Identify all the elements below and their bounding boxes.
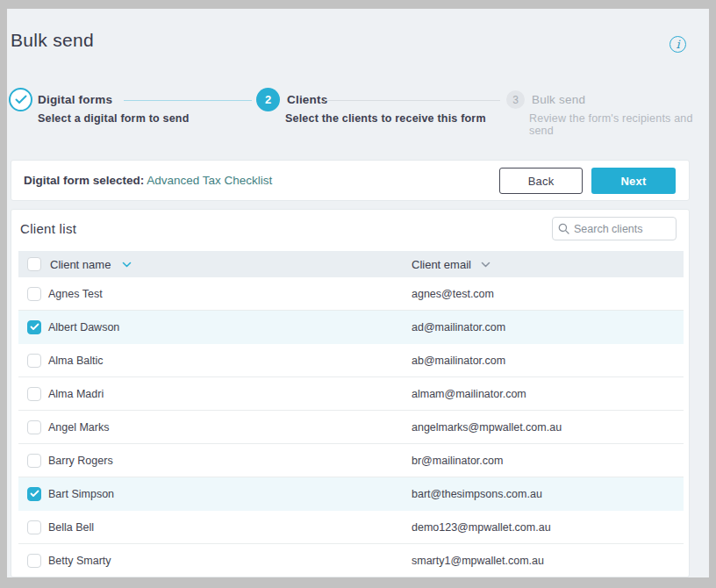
table-row[interactable]: Albert Dawson ad@mailinator.com xyxy=(18,311,684,344)
row-checkbox[interactable] xyxy=(27,354,41,368)
info-icon[interactable]: i xyxy=(669,36,686,53)
client-name-cell: Albert Dawson xyxy=(48,321,119,333)
client-name-cell: Angel Marks xyxy=(48,421,109,434)
table-row[interactable]: Alma Baltic ab@mailinator.com xyxy=(18,344,684,377)
step-3-indicator: 3 xyxy=(506,90,525,109)
row-checkbox[interactable] xyxy=(27,387,41,401)
client-name-cell: Betty Smarty xyxy=(48,555,111,567)
row-checkbox[interactable] xyxy=(27,320,41,334)
client-list-panel: Client list Client name Client email Agn… xyxy=(11,209,690,577)
table-row[interactable]: Agnes Test agnes@test.com xyxy=(18,277,684,311)
table-row[interactable]: Barry Rogers br@mailinator.com xyxy=(18,444,684,477)
table-header: Client name Client email xyxy=(18,251,684,277)
select-all-checkbox[interactable] xyxy=(27,257,41,271)
step-3-label: Bulk send xyxy=(532,93,585,106)
step-connector xyxy=(124,100,252,101)
client-name-cell: Alma Madri xyxy=(48,388,104,400)
sort-chevron-down-icon[interactable] xyxy=(122,262,132,268)
check-icon xyxy=(30,323,39,331)
page-title: Bulk send xyxy=(11,30,94,51)
sort-chevron-down-icon[interactable] xyxy=(481,262,490,268)
selected-form-name: Advanced Tax Checklist xyxy=(147,174,272,187)
bulk-send-screen: Bulk send i Digital forms Select a digit… xyxy=(7,9,709,577)
column-client-name[interactable]: Client name xyxy=(50,258,111,271)
table-row[interactable]: Angel Marks angelmarks@mpwallet.com.au xyxy=(18,411,684,444)
client-name-cell: Bella Bell xyxy=(48,521,94,534)
client-name-cell: Agnes Test xyxy=(48,288,103,300)
selected-form-banner: Digital form selected: Advanced Tax Chec… xyxy=(11,160,690,201)
client-table: Client name Client email Agnes Test agne… xyxy=(18,251,684,577)
step-2-label[interactable]: Clients xyxy=(287,93,327,106)
table-row[interactable]: Bart Simpson bart@thesimpsons.com.au xyxy=(18,477,684,511)
row-checkbox[interactable] xyxy=(27,554,41,568)
client-email-cell: agnes@test.com xyxy=(412,288,494,300)
client-name-cell: Bart Simpson xyxy=(48,488,114,500)
step-complete-check-icon xyxy=(9,88,32,111)
client-email-cell: angelmarks@mpwallet.com.au xyxy=(412,421,562,434)
client-list-title: Client list xyxy=(20,221,76,236)
step-2-sublabel: Select the clients to receive this form xyxy=(285,112,486,125)
search-icon xyxy=(558,223,569,234)
check-icon xyxy=(30,490,39,498)
table-row[interactable]: Bella Bell demo123@mpwallet.com.au xyxy=(18,511,684,544)
client-email-cell: ad@mailinator.com xyxy=(412,321,505,333)
client-email-cell: demo123@mpwallet.com.au xyxy=(412,521,551,534)
row-checkbox[interactable] xyxy=(27,287,41,301)
step-1-label[interactable]: Digital forms xyxy=(38,93,112,106)
next-button[interactable]: Next xyxy=(591,168,676,194)
row-checkbox[interactable] xyxy=(27,420,41,434)
selected-form-label: Digital form selected: xyxy=(24,174,144,187)
table-row[interactable]: Alma Madri almam@mailinator.com xyxy=(18,377,684,411)
client-name-cell: Barry Rogers xyxy=(48,455,113,467)
step-2-indicator: 2 xyxy=(256,88,280,111)
table-body: Agnes Test agnes@test.com Albert Dawson … xyxy=(18,277,684,577)
selected-form-text: Digital form selected: Advanced Tax Chec… xyxy=(24,174,272,187)
back-button[interactable]: Back xyxy=(499,168,583,194)
row-checkbox[interactable] xyxy=(27,520,41,534)
client-search[interactable] xyxy=(552,217,677,240)
step-3-sublabel: Review the form's recipients and send xyxy=(529,112,709,137)
row-checkbox[interactable] xyxy=(27,454,41,468)
search-clients-input[interactable] xyxy=(574,223,665,235)
client-email-cell: ab@mailinator.com xyxy=(412,355,505,367)
client-email-cell: br@mailinator.com xyxy=(412,455,503,467)
client-email-cell: almam@mailinator.com xyxy=(412,388,526,400)
window-frame: Bulk send i Digital forms Select a digit… xyxy=(0,0,716,588)
step-1-sublabel: Select a digital form to send xyxy=(38,112,190,125)
column-client-email[interactable]: Client email xyxy=(412,258,471,271)
step-connector xyxy=(325,100,500,101)
table-row[interactable]: Betty Smarty smarty1@mpwallet.com.au xyxy=(18,544,684,577)
client-name-cell: Alma Baltic xyxy=(48,355,104,367)
client-email-cell: smarty1@mpwallet.com.au xyxy=(412,555,544,567)
row-checkbox[interactable] xyxy=(27,487,41,501)
client-email-cell: bart@thesimpsons.com.au xyxy=(412,488,542,500)
